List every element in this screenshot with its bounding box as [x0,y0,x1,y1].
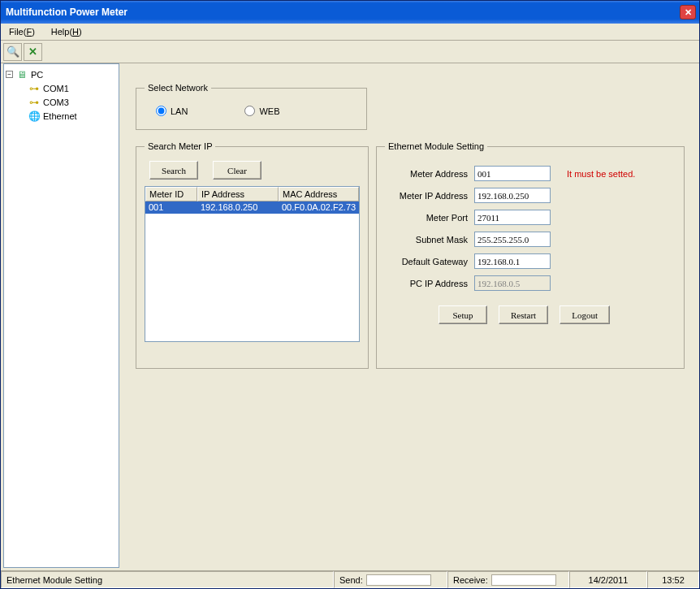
toolbar: 🔍 ✕ [1,41,699,63]
radio-web-input[interactable] [244,106,255,116]
cell-mac: 00.F0.0A.02.F2.73 [279,201,359,214]
label-meter-address: Meter Address [385,169,474,179]
radio-web-label: WEB [259,106,279,116]
workspace: − 🖥 PC ⊶ COM1 ⊶ COM3 🌐 Ethernet Select N… [1,63,699,570]
menu-file[interactable]: File(F) [4,25,40,38]
radio-web[interactable]: WEB [244,106,279,116]
group-search-meter: Search Meter IP Search Clear Meter ID IP… [136,141,369,369]
tree-node-com3[interactable]: ⊶ COM3 [6,95,117,109]
group-select-network: Select Network LAN WEB [136,83,367,130]
restart-button[interactable]: Restart [499,305,548,324]
col-ip[interactable]: IP Address [197,187,279,201]
input-subnet[interactable] [474,232,551,247]
input-meter-address[interactable] [474,166,551,181]
radio-lan-label: LAN [171,106,188,116]
receive-progress [491,574,556,586]
tree-label-com1: COM1 [43,84,69,93]
table-row[interactable]: 001 192.168.0.250 00.F0.0A.02.F2.73 [145,201,359,214]
close-icon: ✕ [685,8,692,17]
title-bar: Multifunction Power Meter ✕ [1,1,699,24]
binoculars-icon: 🔍 [6,45,19,58]
menu-help[interactable]: Help(H) [46,25,87,38]
label-meter-port: Meter Port [385,213,474,223]
tools-icon: ✕ [28,45,37,58]
legend-select-network: Select Network [145,83,211,93]
clear-button[interactable]: Clear [213,161,261,180]
cell-id: 001 [145,201,197,214]
list-header: Meter ID IP Address MAC Address [145,187,359,201]
toolbar-search-button[interactable]: 🔍 [3,43,22,61]
group-ethernet-setting: Ethernet Module Setting Meter Address It… [376,141,685,369]
setup-button[interactable]: Setup [439,305,487,324]
tree-node-pc[interactable]: − 🖥 PC [6,67,117,81]
cell-ip: 192.168.0.250 [197,201,279,214]
legend-search-meter: Search Meter IP [145,141,215,151]
tree-node-com1[interactable]: ⊶ COM1 [6,81,117,95]
status-receive-label: Receive: [453,575,488,585]
menu-bar: File(F) Help(H) [1,24,699,41]
tree-label-ethernet: Ethernet [43,111,77,121]
tree-panel: − 🖥 PC ⊶ COM1 ⊶ COM3 🌐 Ethernet [3,63,119,568]
input-meter-port[interactable] [474,210,551,225]
tree-collapse-icon[interactable]: − [6,71,13,78]
port-icon: ⊶ [28,83,41,94]
close-button[interactable]: ✕ [680,5,696,19]
toolbar-tools-button[interactable]: ✕ [24,43,42,61]
status-context: Ethernet Module Setting [1,571,334,588]
tree-label-pc: PC [31,70,43,80]
input-gateway[interactable] [474,253,551,269]
legend-ethernet-setting: Ethernet Module Setting [385,141,487,151]
port-icon: ⊶ [28,97,41,108]
tree-label-com3: COM3 [43,97,69,107]
label-subnet: Subnet Mask [385,235,474,245]
label-meter-ip: Meter IP Address [385,191,474,201]
col-mac[interactable]: MAC Address [279,187,359,201]
warning-text: It must be setted. [567,169,635,179]
main-panel: Select Network LAN WEB Search Meter IP S… [124,63,694,568]
pc-icon: 🖥 [15,69,28,80]
status-bar: Ethernet Module Setting Send: Receive: 1… [1,570,699,588]
ethernet-icon: 🌐 [28,110,41,122]
status-send: Send: [334,571,447,588]
label-pc-ip: PC IP Address [385,279,474,288]
status-receive: Receive: [447,571,569,588]
status-send-label: Send: [339,575,363,585]
logout-button[interactable]: Logout [560,305,610,324]
window-title: Multifunction Power Meter [6,6,680,18]
meter-list[interactable]: Meter ID IP Address MAC Address 001 192.… [145,186,360,342]
col-meter-id[interactable]: Meter ID [145,187,197,201]
input-meter-ip[interactable] [474,188,551,203]
send-progress [366,574,431,586]
radio-lan-input[interactable] [156,106,166,116]
status-date: 14/2/2011 [569,571,647,588]
tree-node-ethernet[interactable]: 🌐 Ethernet [6,109,117,123]
search-button[interactable]: Search [149,161,198,180]
status-time: 13:52 [647,571,699,588]
radio-lan[interactable]: LAN [156,106,188,116]
input-pc-ip [474,275,551,291]
label-gateway: Default Gateway [385,257,474,266]
